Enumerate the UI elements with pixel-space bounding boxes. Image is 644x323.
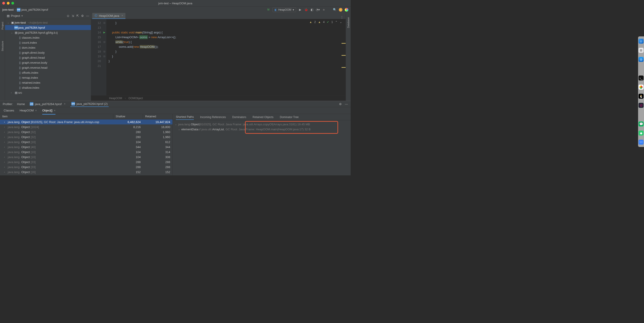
table-row[interactable]: ›java.lang.Object[16]152152 bbox=[0, 169, 172, 174]
crumb-class[interactable]: HeapOOM bbox=[109, 97, 122, 100]
chevron-down-icon[interactable]: ⌄ bbox=[175, 123, 178, 126]
expand-row-icon[interactable]: › bbox=[4, 121, 7, 123]
tree-row[interactable]: ▯shallow.index bbox=[5, 85, 91, 90]
expand-row-icon[interactable]: › bbox=[4, 126, 7, 128]
tree-row[interactable]: ▯graph.direct.head bbox=[5, 55, 91, 60]
search-everywhere-button[interactable]: 🔍 bbox=[333, 8, 336, 12]
table-row[interactable]: ›java.lang.Object[810325], GC Root: Java… bbox=[0, 119, 172, 124]
chevron-down-icon[interactable]: ⌄ bbox=[178, 128, 181, 131]
expand-row-icon[interactable]: › bbox=[4, 131, 7, 133]
maximize-window-button[interactable] bbox=[11, 2, 14, 5]
close-subtab-icon[interactable]: × bbox=[35, 109, 37, 112]
expand-row-icon[interactable]: › bbox=[4, 171, 7, 173]
tree-row[interactable]: ▯remap.index bbox=[5, 75, 91, 80]
profiler-tab-1[interactable]: HPR java_pid76264.hprof × bbox=[29, 101, 66, 107]
reftab-dominators[interactable]: Dominators bbox=[232, 115, 246, 120]
table-row[interactable]: ›java.lang.Object[33]288288 bbox=[0, 164, 172, 169]
select-opened-file-button[interactable]: ⊙ bbox=[67, 14, 69, 18]
account-avatar[interactable] bbox=[345, 8, 348, 12]
reference-row[interactable]: ⌄ java.lang.Object[810325], GC Root: Jav… bbox=[175, 122, 348, 127]
close-window-button[interactable] bbox=[2, 2, 5, 5]
tree-row[interactable]: HPRjava_pid76264.hprof bbox=[5, 25, 91, 30]
tree-row[interactable]: ⌄▤java_pid76264.hprof.gj54g.b.ij bbox=[5, 30, 91, 35]
col-shallow[interactable]: Shallow bbox=[114, 114, 143, 119]
expand-row-icon[interactable]: › bbox=[4, 161, 7, 163]
chevron-up-icon[interactable]: ⌃ bbox=[335, 21, 338, 24]
settings-icon[interactable]: ⚙ bbox=[81, 14, 84, 18]
reference-row[interactable]: ⌄ elementData of java.util.ArrayList, GC… bbox=[175, 127, 348, 132]
table-row[interactable]: ›java.lang.Object[10]104314 bbox=[0, 149, 172, 154]
fold-icon[interactable]: ⊟ bbox=[104, 22, 105, 24]
editor-tab-heapoom[interactable]: Ⓒ HeapOOM.java × bbox=[92, 13, 126, 19]
tree-row[interactable]: ⌄▣jvm-test~/ruijie/jvm-test bbox=[5, 20, 91, 25]
expand-row-icon[interactable]: › bbox=[4, 136, 7, 138]
updates-badge[interactable]: ↑ bbox=[339, 8, 342, 12]
tree-row[interactable]: ▯classes.index bbox=[5, 35, 91, 40]
stop-button[interactable]: ■ bbox=[322, 8, 326, 12]
table-row[interactable]: ›java.lang.Object[40]344344 bbox=[0, 144, 172, 149]
expand-row-icon[interactable]: › bbox=[4, 166, 7, 168]
tree-arrow-icon[interactable]: › bbox=[11, 91, 14, 94]
tree-row[interactable]: ▯graph.reverse.body bbox=[5, 60, 91, 65]
fold-icon[interactable]: ⊟ bbox=[104, 50, 105, 53]
table-row[interactable]: ›java.lang.Object[32]2801,960 bbox=[0, 134, 172, 139]
fold-icon[interactable]: ⊟ bbox=[104, 55, 105, 58]
table-row[interactable]: ›java.lang.Object[10]104308 bbox=[0, 154, 172, 159]
expand-row-icon[interactable]: › bbox=[4, 156, 7, 158]
reftab-incoming-references[interactable]: Incoming References bbox=[200, 115, 226, 120]
profiler-home-link[interactable]: Home bbox=[17, 102, 25, 106]
hide-button[interactable]: — bbox=[86, 14, 89, 18]
profiler-hide-button[interactable]: — bbox=[345, 102, 348, 106]
run-button[interactable]: ▶ bbox=[298, 8, 302, 12]
profiler-tab-2[interactable]: HPR java_pid76264.hprof (2) bbox=[70, 101, 108, 107]
col-retained[interactable]: Retained bbox=[143, 114, 172, 119]
tree-row[interactable]: ▯offsets.index bbox=[5, 70, 91, 75]
coverage-button[interactable]: ◧ bbox=[310, 8, 314, 12]
expand-row-icon[interactable]: › bbox=[4, 141, 7, 143]
reftab-retained-objects[interactable]: Retained Objects bbox=[252, 115, 273, 120]
run-configuration-select[interactable]: ◧ HeapOOM ▾ bbox=[272, 8, 296, 12]
table-row[interactable]: ›java.lang.Object[10]104612 bbox=[0, 139, 172, 144]
close-tab-button[interactable]: × bbox=[122, 14, 123, 17]
profiler-settings-button[interactable]: ⚙ bbox=[339, 102, 342, 106]
tree-arrow-icon[interactable]: ⌄ bbox=[7, 21, 10, 24]
project-tool-button[interactable]: Project bbox=[1, 22, 4, 30]
crumb-member[interactable]: OOMObject bbox=[128, 97, 143, 100]
structure-tool-button[interactable]: Structure bbox=[1, 41, 4, 51]
chevron-down-icon[interactable]: ▾ bbox=[21, 14, 23, 18]
reftab-shortest-paths[interactable]: Shortest Paths bbox=[176, 114, 194, 120]
breadcrumb-file[interactable]: HPR java_pid76264.hprof bbox=[17, 8, 48, 12]
error-stripe[interactable] bbox=[342, 27, 346, 68]
subtab-heapoom[interactable]: HeapOOM × bbox=[20, 107, 37, 114]
collapse-all-button[interactable]: ⇱ bbox=[76, 14, 79, 18]
reftab-dominator-tree[interactable]: Dominator Tree bbox=[280, 115, 299, 120]
breadcrumb-project[interactable]: jvm-test bbox=[2, 8, 14, 11]
table-row[interactable]: ›java.lang.Object[32]2801,960 bbox=[0, 129, 172, 134]
tree-row[interactable]: ▯graph.direct.body bbox=[5, 50, 91, 55]
fold-icon[interactable]: ⊟ bbox=[104, 41, 105, 43]
debug-button[interactable]: 🐞 bbox=[304, 8, 308, 12]
close-subtab-icon[interactable]: × bbox=[54, 109, 56, 112]
tree-row[interactable]: ▯graph.reverse.head bbox=[5, 65, 91, 70]
chevron-down-icon[interactable]: ⌄ bbox=[340, 21, 342, 24]
table-row[interactable]: ›java.lang.Object[33]288288 bbox=[0, 159, 172, 164]
tree-row[interactable]: ▯dom.index bbox=[5, 45, 91, 50]
code-area[interactable]: ▲2 ▲4 ✔1 ⌃ ⌄ } public static void main(S… bbox=[106, 19, 346, 95]
editor-more-button[interactable]: ⋮ bbox=[340, 16, 343, 19]
build-icon[interactable]: ⚒ bbox=[266, 8, 270, 12]
inspection-widget[interactable]: ▲2 ▲4 ✔1 ⌃ ⌄ bbox=[309, 21, 342, 24]
table-row[interactable]: ›java.lang.Object[16]152152 bbox=[0, 174, 172, 175]
expand-row-icon[interactable]: › bbox=[4, 151, 7, 153]
tree-row[interactable]: ›▤src bbox=[5, 90, 91, 95]
subtab-classes[interactable]: Classes bbox=[4, 107, 14, 114]
run-line-icon[interactable]: ▶ bbox=[104, 31, 105, 34]
tree-row[interactable]: ▯count.index bbox=[5, 40, 91, 45]
minimize-window-button[interactable] bbox=[7, 2, 10, 5]
tree-row[interactable]: ▯retained.index bbox=[5, 80, 91, 85]
expand-all-button[interactable]: ⇲ bbox=[72, 14, 74, 18]
table-row[interactable]: ›java.lang.Object[1024]8,21616,800 bbox=[0, 124, 172, 129]
expand-row-icon[interactable]: › bbox=[4, 146, 7, 148]
col-item[interactable]: Item bbox=[0, 114, 114, 119]
subtab-object[interactable]: Object[] × bbox=[42, 107, 56, 114]
tree-arrow-icon[interactable]: ⌄ bbox=[11, 31, 14, 34]
